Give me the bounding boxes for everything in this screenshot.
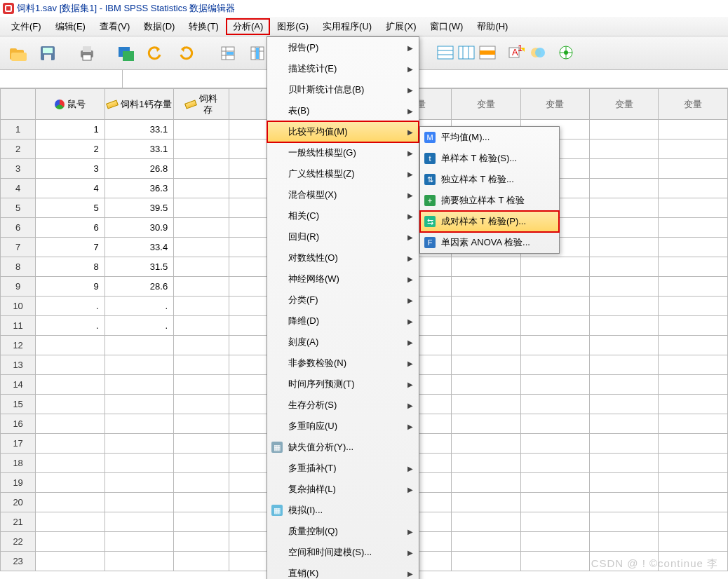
cell[interactable] — [36, 414, 105, 434]
menu-window[interactable]: 窗口(W) — [423, 18, 470, 35]
cell[interactable] — [520, 355, 589, 375]
cell[interactable] — [590, 395, 659, 414]
menu-help[interactable]: 帮助(H) — [470, 18, 515, 35]
cell[interactable] — [105, 395, 173, 414]
cell[interactable] — [36, 375, 105, 395]
insert-case-button[interactable] — [478, 45, 497, 62]
redo-button[interactable] — [171, 40, 199, 67]
col-header-var5[interactable]: 变量 — [659, 89, 728, 120]
cell[interactable] — [659, 493, 728, 512]
cell[interactable] — [659, 277, 728, 297]
cell[interactable] — [174, 532, 229, 552]
cell[interactable] — [590, 179, 659, 198]
analyze-menu-item[interactable]: 质量控制(Q)▶ — [267, 521, 419, 542]
menu-transform[interactable]: 转换(T) — [182, 18, 226, 35]
cell[interactable] — [36, 336, 105, 355]
cell[interactable] — [105, 473, 173, 493]
cell[interactable]: 33.1 — [105, 139, 173, 159]
use-sets-button[interactable] — [529, 45, 547, 62]
cell[interactable]: 36.3 — [105, 179, 173, 198]
compare-menu-item[interactable]: M平均值(M)... — [420, 127, 559, 148]
cell[interactable] — [174, 316, 229, 336]
row-header[interactable]: 8 — [1, 257, 36, 277]
row-header[interactable]: 10 — [1, 297, 36, 316]
cell[interactable] — [452, 493, 520, 512]
cell[interactable] — [590, 454, 659, 473]
cell[interactable] — [590, 257, 659, 277]
row-header[interactable]: 1 — [1, 120, 36, 139]
analyze-menu-item[interactable]: 表(B)▶ — [267, 100, 419, 121]
cell[interactable] — [659, 395, 728, 414]
find-button[interactable] — [457, 45, 476, 62]
cell[interactable] — [36, 454, 105, 473]
compare-menu-item[interactable]: ⇅独立样本 T 检验... — [420, 169, 559, 190]
cell[interactable] — [520, 277, 589, 297]
open-button[interactable] — [4, 40, 32, 67]
menu-view[interactable]: 查看(V) — [93, 18, 137, 35]
row-header[interactable]: 16 — [1, 414, 36, 434]
cell[interactable]: 5 — [36, 198, 105, 218]
cell[interactable] — [659, 139, 728, 159]
cell[interactable] — [174, 238, 229, 257]
cell[interactable]: 4 — [36, 179, 105, 198]
cell[interactable] — [105, 532, 173, 552]
cell[interactable]: 28.6 — [105, 277, 173, 297]
cell[interactable] — [105, 454, 173, 473]
row-header[interactable]: 5 — [1, 198, 36, 218]
row-header[interactable]: 19 — [1, 473, 36, 493]
row-header[interactable]: 22 — [1, 532, 36, 552]
cell[interactable] — [520, 473, 589, 493]
cell[interactable]: . — [105, 316, 173, 336]
cell[interactable] — [174, 297, 229, 316]
cell[interactable] — [174, 493, 229, 512]
menu-file[interactable]: 文件(F) — [4, 18, 48, 35]
cell[interactable] — [520, 395, 589, 414]
cell[interactable]: . — [36, 297, 105, 316]
cell[interactable] — [659, 179, 728, 198]
analyze-menu-item[interactable]: 降维(D)▶ — [267, 311, 419, 332]
cell[interactable]: 33.4 — [105, 238, 173, 257]
cell[interactable] — [452, 355, 520, 375]
row-header[interactable]: 13 — [1, 355, 36, 375]
analyze-menu-item[interactable]: 刻度(A)▶ — [267, 332, 419, 353]
cell[interactable] — [659, 316, 728, 336]
cell[interactable] — [174, 179, 229, 198]
row-header[interactable]: 2 — [1, 139, 36, 159]
cell[interactable] — [590, 414, 659, 434]
cell[interactable] — [659, 120, 728, 139]
cell[interactable] — [452, 336, 520, 355]
analyze-menu-item[interactable]: ▦模拟(I)... — [267, 500, 419, 521]
cell[interactable] — [590, 355, 659, 375]
cell[interactable] — [36, 512, 105, 532]
cell[interactable] — [590, 218, 659, 238]
cell[interactable] — [452, 552, 520, 571]
analyze-menu-item[interactable]: 报告(P)▶ — [267, 37, 419, 58]
cell[interactable] — [36, 355, 105, 375]
cell[interactable] — [36, 552, 105, 571]
cell[interactable] — [105, 375, 173, 395]
cell[interactable]: 9 — [36, 277, 105, 297]
cell[interactable] — [590, 238, 659, 257]
row-header[interactable]: 11 — [1, 316, 36, 336]
menu-graphs[interactable]: 图形(G) — [270, 18, 316, 35]
cell[interactable] — [174, 257, 229, 277]
cell[interactable]: 2 — [36, 139, 105, 159]
cell[interactable]: 26.8 — [105, 159, 173, 179]
cell[interactable] — [520, 297, 589, 316]
row-header[interactable]: 23 — [1, 552, 36, 571]
cell[interactable] — [659, 198, 728, 218]
cell[interactable]: 33.1 — [105, 120, 173, 139]
col-header-2[interactable]: 饲料 存 — [174, 89, 229, 120]
cell[interactable] — [105, 552, 173, 571]
analyze-menu-item[interactable]: 复杂抽样(L)▶ — [267, 479, 419, 500]
cell[interactable] — [174, 395, 229, 414]
analyze-menu-item[interactable]: 多重响应(U)▶ — [267, 416, 419, 437]
cell[interactable]: 3 — [36, 159, 105, 179]
cell[interactable] — [105, 336, 173, 355]
analyze-menu-item[interactable]: 多重插补(T)▶ — [267, 458, 419, 479]
analyze-menu-item[interactable]: 广义线性模型(Z)▶ — [267, 163, 419, 184]
row-header[interactable]: 6 — [1, 218, 36, 238]
cell[interactable] — [590, 297, 659, 316]
cell[interactable] — [659, 454, 728, 473]
menu-extensions[interactable]: 扩展(X) — [379, 18, 423, 35]
